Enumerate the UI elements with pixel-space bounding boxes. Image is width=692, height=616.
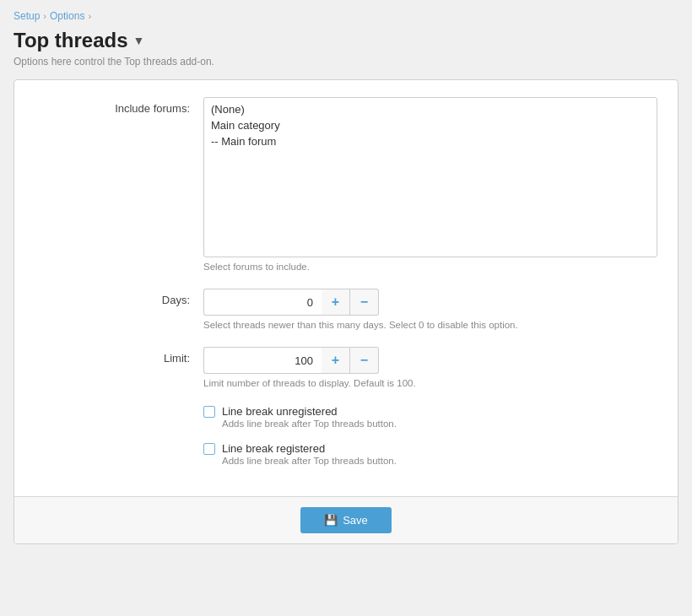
line-break-reg-title: Line break registered [222, 442, 397, 455]
days-input-group: + − [203, 289, 657, 316]
limit-input-group: + − [203, 347, 657, 374]
include-forums-row: Include forums: (None) Main category -- … [35, 97, 657, 272]
limit-row: Limit: + − Limit number of threads to di… [35, 347, 657, 388]
days-minus-button[interactable]: − [350, 289, 379, 316]
title-dropdown-arrow[interactable]: ▼ [133, 34, 145, 47]
line-break-unreg-title: Line break unregistered [222, 405, 397, 418]
line-break-unreg-row: Line break unregistered Adds line break … [35, 405, 657, 429]
include-forums-hint: Select forums to include. [203, 262, 657, 272]
limit-plus-button[interactable]: + [322, 347, 350, 374]
page-subtitle: Options here control the Top threads add… [14, 56, 678, 68]
days-plus-button[interactable]: + [322, 289, 350, 316]
line-break-reg-checkbox[interactable] [203, 443, 215, 455]
forum-option-none[interactable]: (None) [204, 101, 657, 117]
save-icon: 💾 [324, 514, 338, 527]
breadcrumb: Setup › Options › [14, 10, 678, 22]
limit-label: Limit: [35, 347, 203, 388]
include-forums-control: (None) Main category -- Main forum Selec… [203, 97, 657, 272]
forum-option-main-forum[interactable]: -- Main forum [204, 133, 657, 149]
page-title-row: Top threads ▼ [14, 29, 678, 52]
line-break-unreg-group: Line break unregistered Adds line break … [222, 405, 397, 429]
save-button[interactable]: 💾 Save [300, 507, 392, 533]
page-wrapper: Setup › Options › Top threads ▼ Options … [0, 0, 692, 554]
days-row: Days: + − Select threads newer than this… [35, 289, 657, 330]
breadcrumb-sep-1: › [43, 11, 46, 21]
days-control: + − Select threads newer than this many … [203, 289, 657, 330]
limit-hint: Limit number of threads to display. Defa… [203, 378, 657, 388]
include-forums-label: Include forums: [35, 97, 203, 272]
breadcrumb-setup[interactable]: Setup [14, 10, 40, 22]
line-break-unreg-checkbox[interactable] [203, 406, 215, 418]
line-break-reg-group: Line break registered Adds line break af… [222, 442, 397, 466]
save-label: Save [343, 514, 368, 527]
page-title: Top threads [14, 29, 128, 52]
days-hint: Select threads newer than this many days… [203, 320, 657, 330]
forum-option-main-category[interactable]: Main category [204, 117, 657, 133]
line-break-reg-hint: Adds line break after Top threads button… [222, 456, 397, 466]
line-break-unreg-hint: Adds line break after Top threads button… [222, 419, 397, 429]
breadcrumb-options[interactable]: Options [50, 10, 84, 22]
card-body: Include forums: (None) Main category -- … [14, 80, 678, 496]
include-forums-select[interactable]: (None) Main category -- Main forum [203, 97, 657, 257]
limit-input[interactable] [203, 347, 322, 374]
options-card: Include forums: (None) Main category -- … [14, 79, 678, 544]
limit-control: + − Limit number of threads to display. … [203, 347, 657, 388]
days-label: Days: [35, 289, 203, 330]
days-input[interactable] [203, 289, 322, 316]
breadcrumb-sep-2: › [88, 11, 91, 21]
limit-minus-button[interactable]: − [350, 347, 379, 374]
line-break-reg-row: Line break registered Adds line break af… [35, 442, 657, 466]
card-footer: 💾 Save [14, 496, 678, 543]
